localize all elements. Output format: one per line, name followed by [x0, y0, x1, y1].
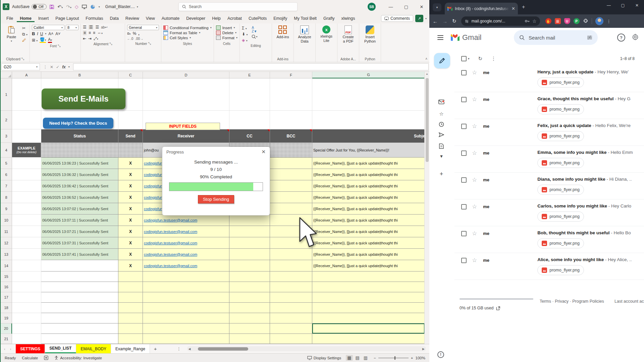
subject-cell[interactable]: {{Receiver_Name}}, [[just a quick update… — [312, 249, 425, 260]
col-header-g[interactable]: G — [312, 72, 425, 78]
bookmark-star-icon[interactable]: ☆ — [532, 18, 537, 24]
bold-button[interactable]: B — [32, 31, 35, 36]
email-row[interactable]: ☆ me Grace, thought this might be useful… — [454, 92, 644, 119]
hscroll-thumb[interactable] — [198, 347, 248, 351]
format-as-table-button[interactable]: Format as Table▾ — [163, 31, 212, 35]
more-options-icon[interactable]: ⋮ — [491, 56, 496, 62]
merge-center-button[interactable]: ⇔▾ — [97, 31, 103, 35]
chrome-maximize-button[interactable]: ▢ — [616, 0, 630, 11]
tab-emojify[interactable]: Emojify — [270, 15, 290, 22]
number-launcher-icon[interactable]: ⤡ — [148, 42, 151, 46]
save-icon[interactable] — [49, 4, 54, 9]
cc-cell[interactable] — [229, 237, 270, 249]
receiver-cell[interactable]: codingisfun.testuser@gmail.com — [143, 215, 229, 226]
dialog-close-icon[interactable]: ✕ — [261, 149, 266, 155]
monitor-icon[interactable] — [82, 5, 87, 9]
account-avatar[interactable]: SB — [368, 3, 376, 11]
autosave-toggle[interactable]: AutoSave Off — [12, 4, 47, 9]
bcc-cell[interactable] — [270, 192, 312, 203]
row-header[interactable]: 12 — [1, 237, 12, 249]
row-header[interactable]: 16 — [1, 282, 12, 292]
subject-cell[interactable]: {{Receiver_Name}}, [[just a quick update… — [312, 180, 425, 192]
empty-cell[interactable] — [143, 334, 229, 344]
send-cell[interactable]: X — [118, 158, 143, 169]
send-cell[interactable]: X — [118, 180, 143, 192]
autosum-button[interactable]: Σ ▾ — [242, 26, 248, 31]
percent-style-button[interactable]: % — [133, 31, 137, 36]
cancel-icon[interactable]: ✕ — [50, 65, 53, 69]
email-checkbox[interactable] — [461, 124, 467, 129]
select-all-checkbox[interactable] — [461, 56, 467, 61]
progress-dialog[interactable]: Progress ✕ Sending messages ... 9 / 10 9… — [162, 146, 270, 216]
tab-my-tool-belt[interactable]: My Tool Belt — [291, 15, 320, 22]
email-row[interactable]: ☆ me Felix, just a quick update - Hello … — [454, 119, 644, 146]
help-docs-button[interactable]: Need Help? Check the Docs — [43, 118, 113, 129]
insert-function-button[interactable]: fx — [62, 65, 66, 69]
sheet-prev-icon[interactable]: ‹ — [4, 347, 5, 351]
row-header[interactable]: 11 — [1, 226, 12, 237]
send-cell[interactable]: X — [118, 192, 143, 203]
subject-cell[interactable]: {{Receiver_Name}}, [[just a quick update… — [312, 226, 425, 237]
empty-cell[interactable] — [143, 292, 229, 303]
send-cell[interactable]: X — [118, 169, 143, 180]
row-header[interactable]: 14 — [1, 260, 12, 272]
row-header[interactable]: 15 — [1, 272, 12, 282]
find-select-button[interactable]: ▾ — [252, 35, 257, 39]
empty-cell[interactable] — [229, 323, 270, 334]
empty-cell[interactable] — [270, 313, 312, 323]
attachment-chip[interactable]: promo_flyer.png — [537, 265, 584, 275]
delete-cells-button[interactable]: Delete▾ — [216, 31, 237, 35]
receiver-cell[interactable]: codingisfun.testuser@gmail.com — [143, 260, 229, 272]
subject-cell[interactable]: {{Receiver_Name}}, [[just a quick update… — [312, 158, 425, 169]
tab-automate[interactable]: Automate — [159, 15, 183, 22]
row-header[interactable]: 19 — [1, 313, 12, 323]
bcc-cell[interactable] — [270, 249, 312, 260]
bcc-cell[interactable] — [270, 180, 312, 192]
pie-chart-icon[interactable] — [90, 4, 95, 9]
row-header[interactable]: 17 — [1, 292, 12, 303]
back-button[interactable]: ← — [433, 18, 438, 24]
bcc-cell[interactable] — [270, 203, 312, 215]
sheet-next-icon[interactable]: › — [10, 347, 11, 351]
footer-links[interactable]: Terms · Privacy · Program Policies — [540, 299, 604, 304]
email-checkbox[interactable] — [461, 150, 467, 156]
email-row[interactable]: ☆ me Alice, some info you might like - H… — [454, 253, 644, 280]
row-header[interactable]: 9 — [1, 203, 12, 215]
enter-icon[interactable]: ✓ — [56, 65, 59, 69]
font-launcher-icon[interactable]: ⤡ — [58, 44, 60, 48]
align-center-button[interactable]: ≡ — [89, 31, 91, 35]
align-top-button[interactable]: ☰ — [83, 25, 87, 29]
attachment-chip[interactable]: promo_flyer.png — [537, 77, 584, 87]
align-middle-button[interactable]: ☰ — [89, 25, 94, 29]
send-header[interactable]: Send — [118, 129, 143, 143]
new-sheet-button[interactable]: + — [150, 344, 161, 353]
minimize-button[interactable]: — — [383, 0, 398, 13]
namebox-menu-icon[interactable]: ⋮ — [43, 65, 47, 69]
example-send-cell[interactable] — [118, 143, 143, 158]
insert-cells-button[interactable]: Insert▾ — [216, 25, 237, 30]
comments-button[interactable]: Comments — [381, 15, 413, 22]
sent-icon[interactable] — [438, 132, 445, 137]
col-header-a[interactable]: A — [12, 72, 41, 78]
empty-cell[interactable] — [229, 282, 270, 292]
empty-cell[interactable] — [143, 323, 229, 334]
status-cell[interactable] — [41, 260, 118, 272]
increase-decimal-button[interactable]: ←.0 — [127, 37, 133, 41]
empty-cell[interactable] — [229, 313, 270, 323]
vertical-scrollbar[interactable]: ▲ — [424, 72, 429, 344]
clipboard-launcher-icon[interactable]: ⤡ — [21, 57, 24, 61]
star-icon[interactable]: ☆ — [472, 69, 477, 76]
gmail-logo[interactable]: Gmail — [451, 33, 481, 42]
empty-cell[interactable] — [41, 282, 118, 292]
row-header[interactable]: 20 — [1, 323, 12, 334]
maximize-button[interactable]: ▢ — [398, 0, 414, 13]
tab-close-icon[interactable]: ✕ — [512, 6, 515, 11]
normal-view-button[interactable]: ▦ — [346, 355, 353, 361]
increase-indent-button[interactable]: ⇥ — [88, 36, 92, 41]
status-cell[interactable]: 06/06/2025 13:07:31 | Successfully Sent — [41, 237, 118, 249]
format-cells-button[interactable]: Format▾ — [216, 36, 237, 40]
send-cell[interactable]: X — [118, 203, 143, 215]
chrome-menu-icon[interactable]: ⋮ — [607, 19, 611, 24]
zoom-slider[interactable] — [378, 358, 409, 358]
send-emails-button[interactable]: Send E-Mails — [42, 88, 125, 109]
